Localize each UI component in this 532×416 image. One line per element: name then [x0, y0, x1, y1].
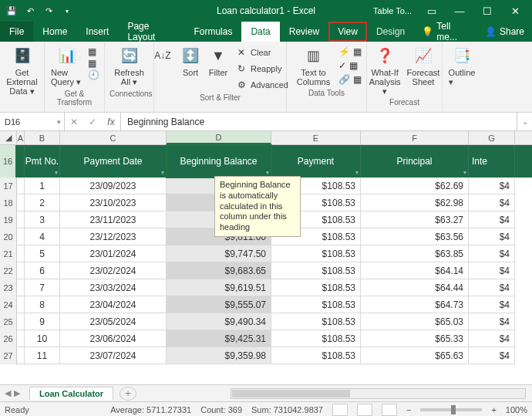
cell[interactable]: [17, 228, 25, 245]
tab-file[interactable]: File: [0, 22, 33, 42]
th-payment-date[interactable]: Payment Date▾: [60, 145, 167, 178]
cell[interactable]: [17, 194, 25, 211]
from-table-icon[interactable]: ▦: [88, 58, 99, 69]
clear-button[interactable]: ✕Clear: [234, 45, 290, 60]
cell[interactable]: [17, 296, 25, 313]
cell-principal[interactable]: $63.27: [361, 211, 469, 228]
cell-interest[interactable]: $4: [469, 211, 515, 228]
refresh-all-button[interactable]: 🔄 Refresh All ▾: [109, 43, 149, 89]
cell-principal[interactable]: $65.33: [361, 330, 469, 347]
save-icon[interactable]: 💾: [3, 2, 20, 19]
cell-payment-date[interactable]: 23/04/2024: [60, 296, 167, 313]
cell-pmt-no[interactable]: 6: [25, 262, 60, 279]
cell-pmt-no[interactable]: 11: [25, 347, 60, 364]
cell-interest[interactable]: $4: [469, 262, 515, 279]
cell[interactable]: [17, 347, 25, 364]
cell-pmt-no[interactable]: 1: [25, 178, 60, 194]
cell-principal[interactable]: $64.73: [361, 296, 469, 313]
cell-pmt-no[interactable]: 8: [25, 296, 60, 313]
enter-icon[interactable]: ✓: [83, 117, 102, 127]
zoom-slider[interactable]: [420, 408, 482, 411]
cell-interest[interactable]: $4: [469, 245, 515, 262]
redo-icon[interactable]: ↷: [40, 2, 57, 19]
col-G[interactable]: G: [469, 131, 515, 144]
col-F[interactable]: F: [361, 131, 469, 144]
get-external-data-button[interactable]: 🗄️ Get External Data ▾: [5, 43, 39, 97]
tab-design[interactable]: Design: [367, 22, 414, 42]
cell-interest[interactable]: $4: [469, 228, 515, 245]
cell-principal[interactable]: $62.69: [361, 178, 469, 194]
cell-pmt-no[interactable]: 10: [25, 330, 60, 347]
cell-interest[interactable]: $4: [469, 347, 515, 364]
cell-payment-date[interactable]: 23/03/2024: [60, 279, 167, 296]
cell[interactable]: [17, 211, 25, 228]
flash-fill-icon[interactable]: ⚡: [338, 46, 350, 57]
cell-beginning-balance[interactable]: $9,747.50: [167, 245, 271, 262]
cell-principal[interactable]: $62.98: [361, 194, 469, 211]
row-header[interactable]: 21: [0, 245, 17, 262]
maximize-icon[interactable]: ☐: [473, 0, 501, 22]
cell-payment-date[interactable]: 23/02/2024: [60, 262, 167, 279]
col-C[interactable]: C: [60, 131, 167, 144]
cell-pmt-no[interactable]: 4: [25, 228, 60, 245]
dropdown-icon[interactable]: ▾: [463, 169, 466, 176]
consolidate-icon[interactable]: ▦: [349, 60, 358, 71]
undo-icon[interactable]: ↶: [22, 2, 39, 19]
cell-interest[interactable]: $4: [469, 296, 515, 313]
dropdown-icon[interactable]: ▾: [266, 169, 269, 176]
cancel-icon[interactable]: ✕: [65, 117, 83, 127]
tab-view[interactable]: View: [328, 22, 367, 42]
cell-payment-date[interactable]: 23/12/2023: [60, 228, 167, 245]
row-header[interactable]: 19: [0, 211, 17, 228]
advanced-button[interactable]: ⚙Advanced: [234, 77, 290, 93]
show-queries-icon[interactable]: ▦: [88, 46, 99, 57]
forecast-sheet-button[interactable]: 📈 Forecast Sheet: [406, 43, 442, 88]
view-break-icon[interactable]: [382, 404, 397, 416]
share-button[interactable]: 👤 Share: [477, 22, 532, 42]
select-all-corner[interactable]: ◢: [0, 131, 17, 144]
what-if-button[interactable]: ❓ What-If Analysis ▾: [368, 43, 402, 97]
cell-interest[interactable]: $4: [469, 194, 515, 211]
cell-interest[interactable]: $4: [469, 313, 515, 330]
cell-interest[interactable]: $4: [469, 178, 515, 194]
tab-page-layout[interactable]: Page Layout: [118, 22, 184, 42]
cell-payment[interactable]: $108.53: [271, 296, 361, 313]
cell-pmt-no[interactable]: 2: [25, 194, 60, 211]
dropdown-icon[interactable]: ▾: [355, 169, 359, 176]
zoom-level[interactable]: 100%: [506, 405, 527, 414]
cell-principal[interactable]: $63.85: [361, 245, 469, 262]
row-header[interactable]: 23: [0, 279, 17, 296]
cell-principal[interactable]: $65.63: [361, 347, 469, 364]
row-header[interactable]: 18: [0, 194, 17, 211]
cell-beginning-balance[interactable]: $9,490.34: [167, 313, 271, 330]
new-query-button[interactable]: 📊 New Query ▾: [49, 43, 85, 89]
outline-button[interactable]: 📑 Outline ▾: [447, 43, 477, 89]
sheet-nav-next-icon[interactable]: ▶: [14, 388, 20, 398]
cell-payment-date[interactable]: 23/07/2024: [60, 347, 167, 364]
sort-az-button[interactable]: A↓Z: [150, 43, 175, 68]
cell-interest[interactable]: $4: [469, 330, 515, 347]
tell-me[interactable]: 💡 Tell me...: [414, 22, 477, 42]
view-layout-icon[interactable]: [357, 404, 372, 416]
row-header[interactable]: 24: [0, 296, 17, 313]
data-validation-icon[interactable]: ✓: [338, 60, 346, 71]
row-header[interactable]: 26: [0, 330, 17, 347]
cell-payment-date[interactable]: 23/06/2024: [60, 330, 167, 347]
filter-button[interactable]: ▼ Filter: [206, 43, 231, 79]
th-payment[interactable]: Payment▾: [271, 145, 361, 178]
formula-expand-icon[interactable]: ⌄: [517, 113, 532, 130]
row-header[interactable]: 17: [0, 178, 17, 194]
cell-payment-date[interactable]: 23/01/2024: [60, 245, 167, 262]
cell-interest[interactable]: $4: [469, 279, 515, 296]
cell-principal[interactable]: $63.56: [361, 228, 469, 245]
view-normal-icon[interactable]: [332, 404, 348, 416]
recent-sources-icon[interactable]: 🕘: [88, 69, 99, 80]
name-box[interactable]: D16: [0, 113, 65, 130]
cell-pmt-no[interactable]: 7: [25, 279, 60, 296]
cell-principal[interactable]: $64.14: [361, 262, 469, 279]
cell[interactable]: [17, 330, 25, 347]
cell-payment[interactable]: $108.53: [271, 313, 361, 330]
cell-beginning-balance[interactable]: $9,555.07: [167, 296, 271, 313]
qat-customize-icon[interactable]: ▾: [59, 2, 76, 19]
cell-principal[interactable]: $64.44: [361, 279, 469, 296]
